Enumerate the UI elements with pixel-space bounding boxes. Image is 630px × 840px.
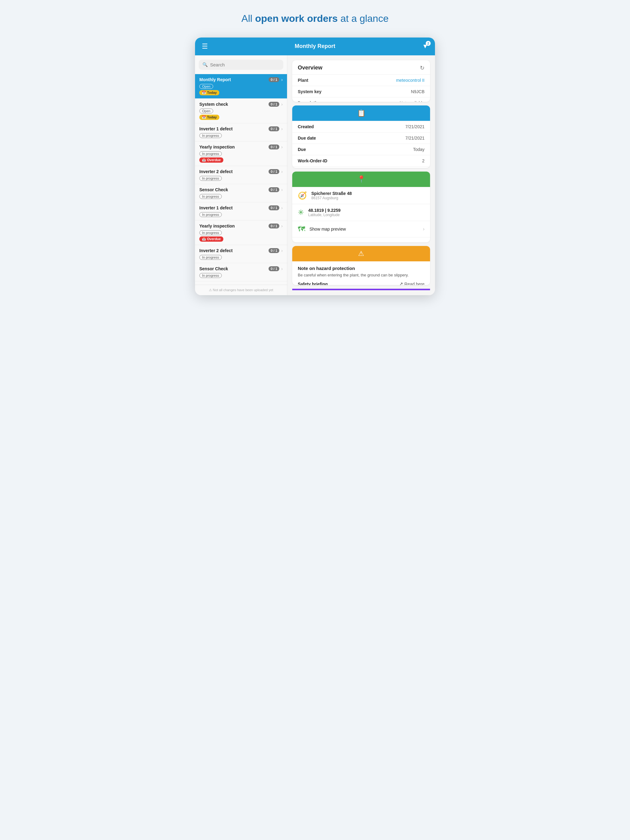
safety-briefing-label: Safety briefing	[298, 282, 328, 285]
sidebar-badge-count: 0 / 1	[269, 77, 279, 82]
sidebar-badge-count: 0 / 1	[269, 126, 279, 131]
status-badge: In progress	[199, 133, 222, 138]
refresh-icon[interactable]: ↻	[420, 65, 424, 71]
sidebar-item-title: Sensor Check	[199, 266, 228, 271]
plant-value[interactable]: meteocontrol II	[396, 78, 424, 83]
address-main: Spicherer Straße 48	[311, 191, 424, 196]
app-body: 🔍 Monthly Report 0 / 1 › Open 📅 Today Sy…	[195, 55, 435, 295]
main-content: Overview ↻ Plant meteocontrol II System …	[287, 55, 435, 295]
due-date-label: Due date	[298, 136, 316, 141]
sidebar-item-2[interactable]: Inverter 1 defect 0 / 1 › In progress	[195, 123, 287, 141]
sidebar-item-9[interactable]: Sensor Check 0 / 1 › In progress	[195, 263, 287, 281]
description-label: Description	[298, 101, 321, 102]
navigate-icon: ↗	[298, 241, 304, 242]
overview-title: Overview	[298, 65, 322, 71]
hazard-header: ⚠	[292, 246, 430, 261]
coordinates-group: 48.1819 | 9.2259 Latitude, Longitude	[308, 208, 424, 217]
due-value: Today	[413, 147, 424, 152]
search-icon: 🔍	[203, 62, 207, 67]
status-badge: In progress	[199, 151, 222, 156]
status-badge: In progress	[199, 194, 222, 199]
read-here-link[interactable]: ↗ Read here	[399, 281, 424, 285]
sidebar-chevron: ›	[281, 224, 283, 229]
filter-button[interactable]: ▼ 2	[422, 43, 428, 50]
system-key-row: System key N9JCB	[292, 86, 430, 97]
external-link-icon: ↗	[399, 281, 403, 285]
hazard-title: Note on hazard protection	[298, 266, 424, 271]
work-order-id-label: Work-Order-ID	[298, 158, 327, 163]
status-badge: In progress	[199, 255, 222, 260]
coordinates-row: ✳ 48.1819 | 9.2259 Latitude, Longitude	[292, 204, 430, 221]
sidebar-badge-count: 0 / 1	[269, 224, 279, 229]
hazard-body: Note on hazard protection Be careful whe…	[292, 261, 430, 285]
menu-icon[interactable]: ☰	[202, 43, 208, 51]
location-card: 📍 🧭 Spicherer Straße 48 86157 Augsburg ✳…	[292, 172, 430, 242]
sidebar-badge-count: 0 / 1	[269, 102, 279, 107]
location-header: 📍	[292, 172, 430, 187]
due-date-row: Due date 7/21/2021	[292, 132, 430, 144]
app-frame: ☰ Monthly Report ▼ 2 🔍 Monthly Report 0 …	[195, 38, 435, 295]
coordinates-main: 48.1819 | 9.2259	[308, 208, 424, 213]
status-badge: Open	[199, 84, 213, 89]
sidebar-item-4[interactable]: Inverter 2 defect 0 / 1 › In progress	[195, 166, 287, 184]
due-date-value: 7/21/2021	[405, 136, 424, 141]
created-row: Created 7/21/2021	[292, 121, 430, 132]
sidebar-chevron: ›	[281, 248, 283, 253]
sidebar-chevron: ›	[281, 145, 283, 149]
sidebar-item-6[interactable]: Inverter 1 defect 0 / 1 › In progress	[195, 202, 287, 221]
details-header: 📋	[292, 106, 430, 121]
sidebar-legend: ⚠ Not all changes have been uploaded yet	[195, 285, 287, 295]
created-label: Created	[298, 124, 314, 129]
compass-icon: 🧭	[298, 191, 307, 200]
status-badge: In progress	[199, 176, 222, 181]
purple-bar	[292, 289, 430, 290]
address-row: 🧭 Spicherer Straße 48 86157 Augsburg	[292, 187, 430, 204]
sidebar-chevron: ›	[281, 77, 283, 82]
overview-header: Overview ↻	[292, 60, 430, 74]
sidebar-item-3[interactable]: Yearly inspection 0 / 1 › In progress 📅 …	[195, 141, 287, 166]
sidebar-chevron: ›	[281, 102, 283, 107]
sidebar-item-title: Sensor Check	[199, 187, 228, 192]
sidebar-item-title: Inverter 2 defect	[199, 248, 233, 253]
sidebar-item-title: Monthly Report	[199, 77, 231, 82]
sidebar-item-7[interactable]: Yearly inspection 0 / 1 › In progress 📅 …	[195, 221, 287, 245]
sidebar-item-8[interactable]: Inverter 2 defect 0 / 1 › In progress	[195, 245, 287, 263]
details-card: 📋 Created 7/21/2021 Due date 7/21/2021 D…	[292, 106, 430, 168]
page-headline: All open work orders at a glance	[242, 12, 388, 25]
warning-icon: ⚠	[358, 249, 364, 257]
sidebar-item-1[interactable]: System check 0 / 1 › Open 📅 Today	[195, 99, 287, 123]
map-preview-label: Show map preview	[309, 227, 419, 232]
tag-today: 📅 Today	[199, 115, 219, 120]
search-box[interactable]: 🔍	[199, 60, 283, 70]
navigate-row[interactable]: ↗ Navigate to position ›	[292, 237, 430, 242]
legend-text: Not all changes have been uploaded yet	[213, 288, 273, 292]
sidebar-item-title: Inverter 1 defect	[199, 126, 233, 131]
sidebar-chevron: ›	[281, 187, 283, 192]
address-city: 86157 Augsburg	[311, 196, 424, 200]
hazard-card: ⚠ Note on hazard protection Be careful w…	[292, 246, 430, 285]
status-row: Status Open	[292, 166, 430, 168]
sidebar-item-title: Yearly inspection	[199, 224, 235, 229]
map-icon: 🗺	[298, 225, 305, 234]
sidebar-item-5[interactable]: Sensor Check 0 / 1 › In progress	[195, 184, 287, 202]
app-header: ☰ Monthly Report ▼ 2	[195, 38, 435, 55]
headline-regular: All	[242, 13, 255, 24]
headline-bold: open work orders	[255, 13, 338, 24]
sidebar-item-title: Yearly inspection	[199, 145, 235, 149]
search-input[interactable]	[210, 62, 280, 67]
sidebar-badge-count: 0 / 1	[269, 187, 279, 192]
sidebar-badge-count: 0 / 1	[269, 248, 279, 253]
hazard-text: Be careful when entering the plant, the …	[298, 273, 424, 277]
sidebar-item-0[interactable]: Monthly Report 0 / 1 › Open 📅 Today	[195, 74, 287, 99]
status-badge: In progress	[199, 230, 222, 235]
sidebar-badge-count: 0 / 1	[269, 266, 279, 271]
sidebar-item-title: Inverter 2 defect	[199, 169, 233, 174]
plant-label: Plant	[298, 78, 308, 83]
sidebar-chevron: ›	[281, 126, 283, 131]
status-badge: In progress	[199, 273, 222, 278]
map-preview-row[interactable]: 🗺 Show map preview ›	[292, 221, 430, 237]
legend-icon: ⚠	[209, 288, 212, 292]
sidebar-chevron: ›	[281, 169, 283, 174]
tag-overdue: 📅 Overdue	[199, 237, 223, 242]
sidebar-chevron: ›	[281, 266, 283, 271]
